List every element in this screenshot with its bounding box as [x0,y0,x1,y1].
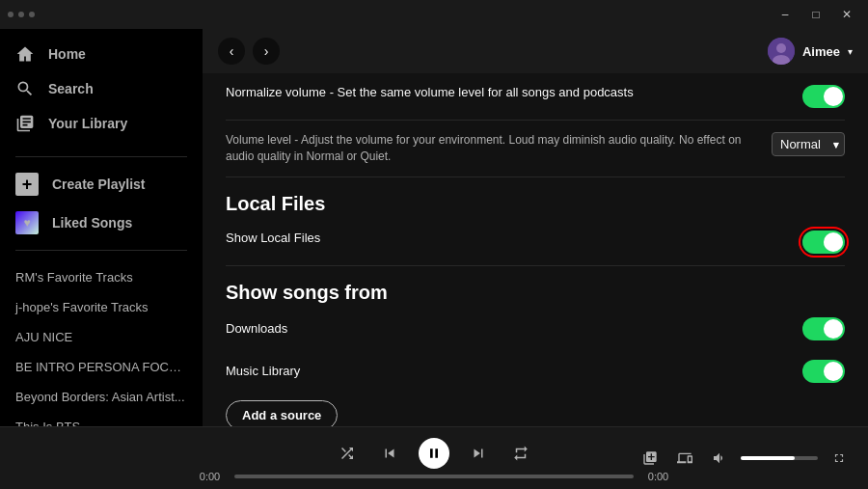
toggle-knob [824,232,843,252]
downloads-row: Downloads [226,308,845,350]
show-local-files-control [802,231,845,254]
list-item[interactable]: j-hope's Favorite Tracks [0,292,203,322]
sidebar-library-label: Your Library [48,116,127,131]
local-files-header: Local Files [226,177,845,219]
search-icon [15,79,35,98]
volume-bar-fill [741,456,795,460]
nav-arrows: ‹ › [218,38,280,65]
volume-select-wrapper: Quiet Normal Loud ▾ [772,132,845,156]
library-icon [15,114,35,133]
list-item[interactable]: This Is BTS [0,412,203,426]
titlebar: – □ ✕ [0,0,868,29]
playlist-list: RM's Favorite Tracks j-hope's Favorite T… [0,258,203,426]
sidebar: Home Search Your Library [0,29,203,426]
show-songs-header: Show songs from [226,266,845,308]
liked-songs-label: Liked Songs [52,215,132,231]
fullscreen-button[interactable] [826,445,853,472]
player-right-controls [637,445,853,472]
devices-button[interactable] [671,445,698,472]
sidebar-search-label: Search [48,81,94,96]
music-library-row: Music Library [226,350,845,393]
svg-point-1 [776,43,786,53]
sidebar-item-library[interactable]: Your Library [0,106,203,141]
settings-scroll: Normalize volume - Set the same volume l… [203,73,868,426]
downloads-toggle[interactable] [802,317,845,340]
maximize-button[interactable]: □ [802,4,829,25]
previous-button[interactable] [376,440,403,467]
show-local-files-row: Show Local Files [226,219,845,266]
music-library-toggle[interactable] [802,360,845,383]
minimize-button[interactable]: – [772,4,799,25]
repeat-button[interactable] [507,440,534,467]
titlebar-controls: – □ ✕ [772,4,860,25]
next-button[interactable] [465,440,492,467]
volume-bar-track[interactable] [741,456,818,460]
downloads-label: Downloads [226,321,287,336]
sidebar-divider-1 [15,156,187,157]
shuffle-button[interactable] [334,440,361,467]
player-bar: 0:00 0:00 [0,426,868,489]
sidebar-item-search[interactable]: Search [0,71,203,106]
user-chevron-icon: ▾ [848,46,853,57]
liked-songs-icon: ♥ [15,211,39,234]
volume-icon[interactable] [706,445,733,472]
list-item[interactable]: AJU NICE [0,322,203,352]
play-pause-button[interactable] [419,438,449,469]
content-topbar: ‹ › Aimee ▾ [203,29,868,73]
nav-items: Home Search Your Library [0,29,203,149]
sidebar-home-label: Home [48,46,86,62]
main-content: Home Search Your Library [0,29,868,426]
list-item[interactable]: RM's Favorite Tracks [0,262,203,292]
normalize-volume-control [802,85,845,108]
toggle-knob [824,362,843,381]
time-total: 0:00 [641,471,675,482]
add-source-button[interactable]: Add a source [226,400,338,426]
titlebar-dots [8,12,35,17]
volume-level-text: Volume level - Adjust the volume for you… [226,132,772,165]
user-name-label: Aimee [802,44,840,59]
user-area[interactable]: Aimee ▾ [768,38,853,65]
progress-track[interactable] [234,475,634,478]
toggle-knob [824,319,843,339]
queue-button[interactable] [637,445,664,472]
time-current: 0:00 [193,471,227,482]
normalize-volume-text: Normalize volume - Set the same volume l… [226,85,802,101]
forward-button[interactable]: › [253,38,280,65]
toggle-knob [824,87,843,106]
volume-dropdown[interactable]: Quiet Normal Loud [772,132,845,156]
sidebar-create-playlist[interactable]: + Create Playlist [0,165,203,204]
normalize-volume-row: Normalize volume - Set the same volume l… [226,73,845,121]
show-local-files-label: Show Local Files [226,231,787,245]
home-icon [15,44,35,64]
sidebar-divider-2 [15,250,187,251]
sidebar-item-home[interactable]: Home [0,37,203,71]
titlebar-dot-3 [29,12,35,17]
create-playlist-label: Create Playlist [52,177,146,192]
progress-bar-area: 0:00 0:00 [0,471,868,482]
titlebar-dot-1 [8,12,14,17]
volume-level-row: Volume level - Adjust the volume for you… [226,121,845,177]
close-button[interactable]: ✕ [833,4,860,25]
normalize-volume-label: Normalize volume - Set the same volume l… [226,85,787,99]
music-library-label: Music Library [226,364,300,378]
sidebar-liked-songs[interactable]: ♥ Liked Songs [0,204,203,242]
volume-level-control: Quiet Normal Loud ▾ [772,132,845,156]
list-item[interactable]: Beyond Borders: Asian Artist... [0,382,203,412]
create-playlist-icon: + [15,173,39,196]
list-item[interactable]: BE INTRO PERSONA FOCU... [0,352,203,382]
avatar [768,38,795,65]
titlebar-dot-2 [18,12,24,17]
show-local-files-text: Show Local Files [226,231,802,247]
back-button[interactable]: ‹ [218,38,245,65]
volume-level-label: Volume level - Adjust the volume for you… [226,132,756,165]
content-area: ‹ › Aimee ▾ Nor [203,29,868,426]
show-local-files-toggle[interactable] [802,231,845,254]
normalize-volume-toggle[interactable] [802,85,845,108]
